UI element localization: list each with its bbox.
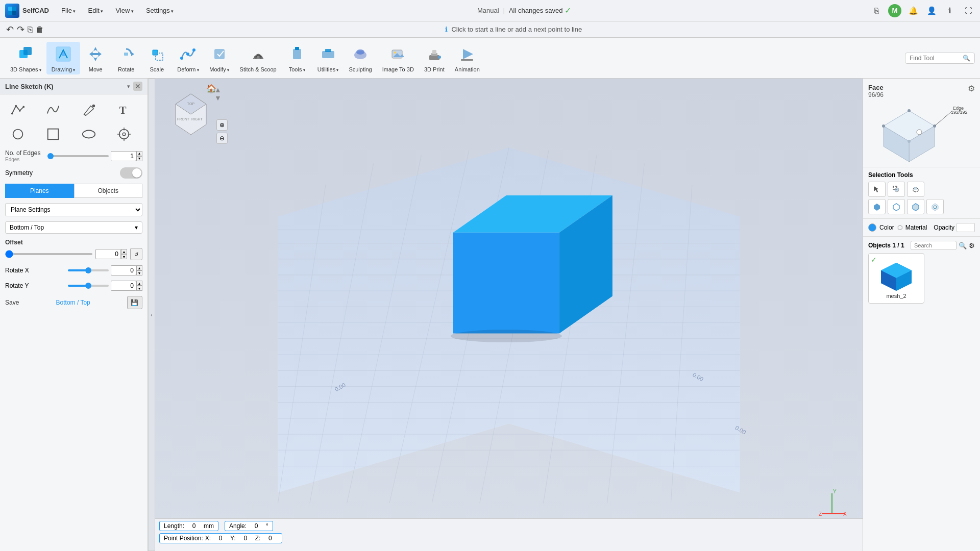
find-tool-input[interactable]	[910, 55, 961, 62]
undo-button[interactable]: ↶	[6, 24, 14, 35]
offset-up-btn[interactable]: ▲	[121, 249, 127, 254]
save-icon-button[interactable]: 💾	[127, 296, 142, 309]
rotate-y-slider[interactable]	[68, 285, 109, 287]
tool-drawing[interactable]: Drawing	[46, 42, 81, 74]
edges-down-btn[interactable]: ▼	[136, 156, 142, 161]
tool-circle[interactable]	[5, 124, 31, 144]
redo-button[interactable]: ↷	[17, 24, 24, 35]
canvas-area[interactable]: RIGHT FRONT TOP ▲ ▼ 🏠 ⊕ ⊖	[155, 79, 863, 551]
dropdown-arrow-icon[interactable]: ▾	[127, 83, 130, 90]
rotate-y-input[interactable]: 0	[111, 281, 136, 291]
rotate-y-up[interactable]: ▲	[136, 281, 142, 286]
menu-file[interactable]: File	[56, 5, 81, 16]
tool-text[interactable]: T	[111, 99, 137, 120]
logo-icon[interactable]	[5, 4, 19, 18]
point-y-input[interactable]	[238, 535, 253, 542]
fullscreen-icon[interactable]: ⛶	[962, 4, 975, 17]
settings-gear-icon[interactable]: ⚙	[968, 84, 975, 93]
copy-button[interactable]: ⎘	[28, 25, 33, 34]
tool-utilities[interactable]: Utilities	[312, 42, 344, 74]
point-z-input[interactable]	[262, 535, 278, 542]
material-icon[interactable]: ⬡	[897, 224, 902, 231]
menu-view[interactable]: View	[110, 5, 138, 16]
rotate-x-up[interactable]: ▲	[136, 265, 142, 270]
sel-tool-lasso[interactable]	[907, 182, 924, 197]
zoom-in-button[interactable]: ⊕	[216, 119, 228, 131]
tool-tools[interactable]: Tools	[282, 42, 312, 74]
color-dot[interactable]	[868, 223, 876, 232]
bell-icon[interactable]: 🔔	[906, 4, 920, 17]
save-link[interactable]: Bottom / Top	[56, 299, 90, 306]
tool-deform[interactable]: Deform	[172, 42, 204, 74]
objects-search-icon[interactable]: 🔍	[959, 242, 967, 249]
display-xray[interactable]	[926, 199, 944, 214]
user-icon[interactable]: 👤	[925, 4, 938, 17]
tool-pen[interactable]	[76, 99, 102, 120]
delete-button[interactable]: 🗑	[36, 25, 44, 34]
sel-tool-pointer[interactable]	[868, 182, 886, 197]
opacity-input[interactable]: 100	[957, 223, 975, 232]
display-solid[interactable]	[868, 199, 886, 214]
pan-down-button[interactable]: ▼	[214, 94, 222, 102]
sidebar-collapse-button[interactable]: ‹	[148, 79, 155, 551]
point-position-field: Point Position: X: Y: Z:	[159, 533, 282, 543]
panel-close-button[interactable]: ✕	[133, 82, 142, 91]
point-x-input[interactable]	[213, 535, 228, 542]
tool-3d-shapes[interactable]: 3D Shapes	[5, 42, 46, 74]
tool-polyline[interactable]	[5, 99, 31, 120]
tool-ellipse[interactable]	[76, 124, 102, 144]
main-toolbar: 3D Shapes Drawing Move Rot	[0, 38, 980, 79]
rotate-x-slider[interactable]	[68, 269, 109, 271]
share-icon[interactable]: ⎘	[870, 4, 883, 17]
offset-down-btn[interactable]: ▼	[121, 254, 127, 259]
tool-move[interactable]: Move	[80, 42, 111, 74]
display-both[interactable]	[907, 199, 924, 214]
zoom-out-button[interactable]: ⊖	[216, 133, 228, 144]
rotate-y-down[interactable]: ▼	[136, 286, 142, 291]
object-card-mesh2[interactable]: ✓ mesh_2	[868, 253, 924, 304]
tab-planes[interactable]: Planes	[5, 184, 74, 198]
angle-input[interactable]	[249, 522, 264, 530]
menu-edit[interactable]: Edit	[83, 5, 108, 16]
user-m-icon[interactable]: M	[888, 4, 901, 17]
edges-up-btn[interactable]: ▲	[136, 151, 142, 156]
offset-reset-btn[interactable]: ↺	[130, 248, 142, 260]
tool-modify[interactable]: Modify	[204, 42, 235, 74]
tool-stitch-scoop[interactable]: Stitch & Scoop	[235, 42, 282, 74]
info-icon[interactable]: ℹ	[943, 4, 957, 17]
tool-rectangle[interactable]	[40, 124, 66, 144]
color-label[interactable]: Color	[879, 224, 894, 231]
symmetry-toggle[interactable]	[120, 167, 142, 179]
svg-point-101	[917, 130, 922, 135]
rotate-x-down[interactable]: ▼	[136, 270, 142, 276]
bottom-top-select[interactable]: Bottom / Top ▾	[5, 221, 142, 234]
home-button[interactable]: 🏠	[206, 84, 216, 93]
tab-objects[interactable]: Objects	[74, 184, 143, 198]
tool-animation[interactable]: Animation	[450, 42, 485, 74]
svg-point-97	[882, 124, 885, 128]
tool-3d-print[interactable]: 3D Print	[419, 42, 450, 74]
tool-rotate[interactable]: Rotate	[111, 42, 141, 74]
menu-settings[interactable]: Settings	[141, 5, 179, 16]
length-input[interactable]	[186, 522, 202, 530]
tool-sculpting[interactable]: Sculpting	[344, 42, 377, 74]
tool-spline[interactable]	[40, 99, 66, 120]
sel-tool-box[interactable]	[888, 182, 905, 197]
objects-search-input[interactable]	[911, 241, 957, 250]
tool-label-3dprint: 3D Print	[424, 66, 445, 72]
objects-settings-icon[interactable]: ⚙	[969, 242, 975, 249]
tool-image-3d[interactable]: Image To 3D	[377, 42, 419, 74]
rotate-x-input[interactable]: 0	[111, 265, 136, 276]
edges-slider[interactable]	[47, 155, 109, 157]
offset-input[interactable]: 0	[95, 249, 121, 259]
material-label[interactable]: Material	[905, 224, 927, 231]
edges-input[interactable]: 1	[111, 151, 136, 161]
plane-settings-select[interactable]: Plane Settings	[5, 203, 142, 216]
tool-scale[interactable]: Scale	[141, 42, 172, 74]
offset-slider[interactable]	[5, 253, 92, 255]
object-name: mesh_2	[886, 293, 906, 299]
find-tool-search[interactable]: 🔍	[905, 53, 975, 64]
tool-crosshair[interactable]	[111, 124, 137, 144]
display-wireframe[interactable]	[888, 199, 905, 214]
save-row: Save Bottom / Top 💾	[5, 296, 142, 309]
